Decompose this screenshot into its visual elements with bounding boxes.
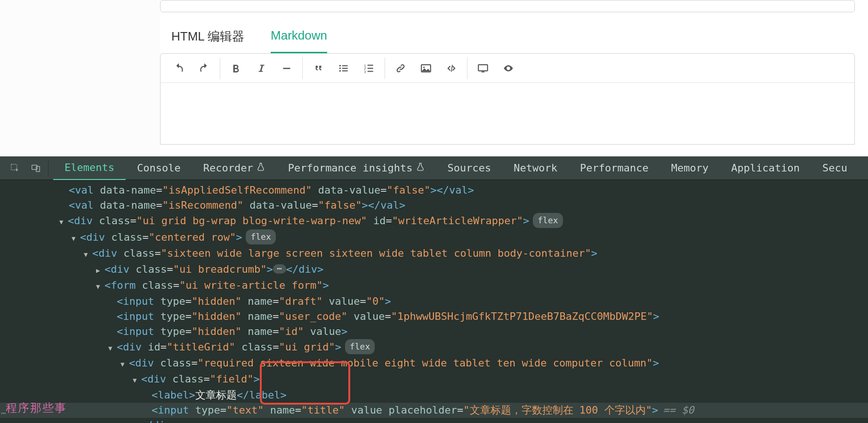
- dom-line[interactable]: <input type="hidden" name="user_code" va…: [0, 309, 868, 324]
- devtools-tab-sources[interactable]: Sources: [436, 156, 503, 180]
- flex-badge[interactable]: flex: [345, 339, 375, 354]
- preview-desktop-button[interactable]: [470, 56, 496, 81]
- dom-line[interactable]: <div id="titleGrid" class="ui grid">flex: [0, 339, 868, 356]
- dom-line[interactable]: <div class="centered row">flex: [0, 229, 868, 246]
- expand-arrow-icon[interactable]: [84, 246, 90, 262]
- editor-column: HTML 编辑器 Markdown 123: [160, 0, 855, 145]
- svg-rect-11: [368, 67, 373, 68]
- selected-node-marker: == $0: [663, 404, 694, 416]
- devtools-tab-elements[interactable]: Elements: [53, 156, 126, 180]
- bold-button[interactable]: [223, 56, 249, 81]
- flex-badge[interactable]: flex: [246, 229, 275, 244]
- link-button[interactable]: [388, 56, 413, 81]
- devtools-separator: [48, 160, 48, 176]
- svg-point-3: [339, 70, 341, 71]
- editor-tabs: HTML 编辑器 Markdown: [160, 24, 855, 53]
- dom-line[interactable]: </div>: [0, 418, 868, 423]
- toolbar-separator: [220, 57, 220, 79]
- strikethrough-button[interactable]: [274, 56, 299, 81]
- expand-arrow-icon[interactable]: [96, 262, 103, 278]
- expand-arrow-icon[interactable]: [72, 230, 78, 246]
- quote-button[interactable]: [305, 56, 331, 81]
- image-button[interactable]: [413, 56, 439, 81]
- ellipsis-badge[interactable]: ⋯: [273, 264, 286, 274]
- dom-line[interactable]: <label>文章标题</label>: [0, 388, 868, 403]
- toolbar-separator: [467, 57, 467, 79]
- svg-point-1: [339, 65, 341, 66]
- devtools-tab-memory[interactable]: Memory: [660, 156, 720, 180]
- editor-toolbar: 123: [161, 54, 854, 83]
- svg-rect-4: [342, 65, 348, 66]
- dom-line[interactable]: <input type="hidden" name="draft" value=…: [0, 294, 868, 309]
- dom-tree[interactable]: <val data-name="isAppliedSelfRecommend" …: [0, 180, 868, 423]
- redo-button[interactable]: [192, 56, 217, 81]
- svg-rect-5: [342, 67, 348, 68]
- expand-arrow-icon[interactable]: [59, 213, 66, 229]
- dom-line[interactable]: <div class="ui breadcrumb">⋯</div>: [0, 262, 868, 278]
- svg-rect-0: [283, 67, 290, 69]
- title-input-outline[interactable]: [160, 0, 855, 12]
- flask-icon: [416, 162, 425, 174]
- expand-arrow-icon[interactable]: [108, 340, 115, 356]
- toolbar-separator: [385, 57, 385, 79]
- dom-line[interactable]: <val data-name="isRecommend" data-value=…: [0, 198, 868, 213]
- devtools-tab-security[interactable]: Secu: [811, 156, 859, 180]
- flex-badge[interactable]: flex: [533, 213, 563, 228]
- tab-html-editor[interactable]: HTML 编辑器: [171, 24, 244, 53]
- undo-button[interactable]: [166, 56, 192, 81]
- expand-arrow-icon[interactable]: [133, 372, 139, 388]
- dom-line[interactable]: <div class="required sixteen wide mobile…: [0, 356, 868, 372]
- svg-rect-12: [368, 71, 373, 72]
- tab-markdown[interactable]: Markdown: [271, 24, 327, 53]
- editor-content-area[interactable]: [161, 83, 854, 144]
- page-editor-region: HTML 编辑器 Markdown 123: [0, 0, 868, 156]
- dom-line-selected[interactable]: ⋯<input type="text" name="title" value p…: [0, 403, 868, 418]
- devtools-tab-performance[interactable]: Performance: [569, 156, 660, 180]
- svg-text:3: 3: [364, 69, 366, 73]
- svg-point-14: [423, 66, 425, 68]
- dom-line[interactable]: <div class="field">: [0, 372, 868, 388]
- ordered-list-button[interactable]: 123: [356, 56, 382, 81]
- devtools-tab-bar: Elements Console Recorder Performance in…: [0, 156, 868, 180]
- watermark-text: 程序那些事: [6, 400, 67, 415]
- svg-rect-10: [368, 65, 373, 65]
- devtools-tab-network[interactable]: Network: [502, 156, 569, 180]
- svg-rect-16: [482, 71, 485, 72]
- svg-point-2: [339, 67, 341, 69]
- code-button[interactable]: [439, 56, 464, 81]
- left-sidebar-placeholder: [0, 0, 160, 156]
- device-toolbar-icon[interactable]: [25, 159, 46, 178]
- devtools-tab-application[interactable]: Application: [720, 156, 811, 180]
- flask-icon: [256, 162, 265, 174]
- dom-line[interactable]: <input type="hidden" name="id" value>: [0, 324, 868, 339]
- toolbar-separator: [302, 57, 303, 79]
- expand-arrow-icon[interactable]: [121, 356, 127, 372]
- devtools-tab-console[interactable]: Console: [126, 156, 192, 180]
- svg-rect-15: [478, 65, 488, 71]
- italic-button[interactable]: [249, 56, 274, 81]
- dom-line[interactable]: <val data-name="isAppliedSelfRecommend" …: [0, 183, 868, 198]
- devtools-tab-recorder[interactable]: Recorder: [192, 156, 277, 180]
- expand-arrow-icon[interactable]: [96, 278, 103, 294]
- dom-line[interactable]: <div class="sixteen wide large screen si…: [0, 246, 868, 262]
- dom-line[interactable]: <div class="ui grid bg-wrap blog-write-w…: [0, 213, 868, 229]
- devtools-panel: Elements Console Recorder Performance in…: [0, 156, 868, 423]
- svg-point-17: [507, 67, 509, 69]
- dom-line[interactable]: <form class="ui write-article form">: [0, 278, 868, 294]
- preview-eye-button[interactable]: [496, 56, 521, 81]
- inspect-element-icon[interactable]: [5, 159, 25, 178]
- svg-rect-6: [342, 70, 348, 71]
- devtools-tab-perf-insights[interactable]: Performance insights: [277, 156, 436, 180]
- editor-toolbar-container: 123: [160, 53, 855, 145]
- unordered-list-button[interactable]: [331, 56, 356, 81]
